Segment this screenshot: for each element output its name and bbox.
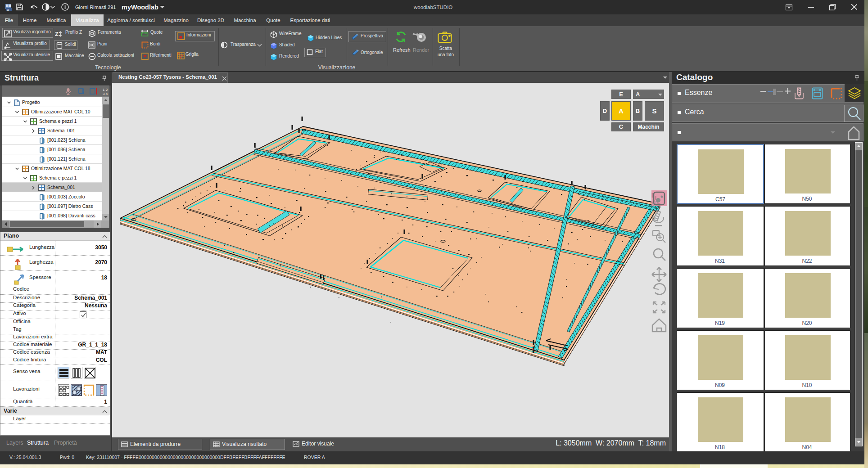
svg-text:1 2: 1 2 <box>103 88 108 92</box>
svg-text:w: w <box>6 8 9 11</box>
svg-text:3 4: 3 4 <box>103 92 108 95</box>
svg-text:Z: Z <box>55 31 59 37</box>
